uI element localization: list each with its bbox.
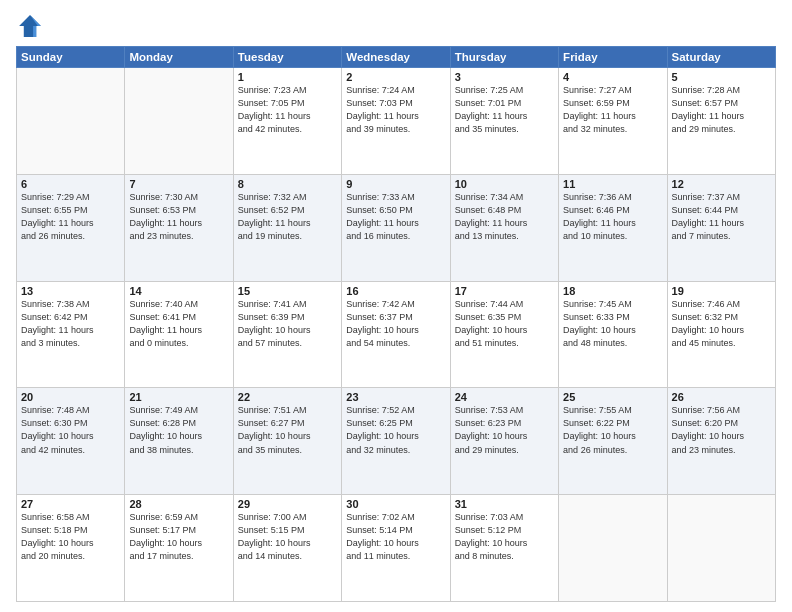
day-info: Sunrise: 7:28 AM Sunset: 6:57 PM Dayligh… xyxy=(672,84,771,136)
page: SundayMondayTuesdayWednesdayThursdayFrid… xyxy=(0,0,792,612)
weekday-header-tuesday: Tuesday xyxy=(233,47,341,68)
weekday-header-wednesday: Wednesday xyxy=(342,47,450,68)
day-number: 10 xyxy=(455,178,554,190)
day-info: Sunrise: 6:58 AM Sunset: 5:18 PM Dayligh… xyxy=(21,511,120,563)
calendar-week-2: 13Sunrise: 7:38 AM Sunset: 6:42 PM Dayli… xyxy=(17,281,776,388)
day-number: 15 xyxy=(238,285,337,297)
calendar-cell: 21Sunrise: 7:49 AM Sunset: 6:28 PM Dayli… xyxy=(125,388,233,495)
day-info: Sunrise: 7:55 AM Sunset: 6:22 PM Dayligh… xyxy=(563,404,662,456)
day-number: 20 xyxy=(21,391,120,403)
calendar-cell xyxy=(667,495,775,602)
calendar-cell: 26Sunrise: 7:56 AM Sunset: 6:20 PM Dayli… xyxy=(667,388,775,495)
calendar-cell: 19Sunrise: 7:46 AM Sunset: 6:32 PM Dayli… xyxy=(667,281,775,388)
calendar-week-0: 1Sunrise: 7:23 AM Sunset: 7:05 PM Daylig… xyxy=(17,68,776,175)
day-info: Sunrise: 7:42 AM Sunset: 6:37 PM Dayligh… xyxy=(346,298,445,350)
day-number: 30 xyxy=(346,498,445,510)
day-info: Sunrise: 7:23 AM Sunset: 7:05 PM Dayligh… xyxy=(238,84,337,136)
day-info: Sunrise: 7:38 AM Sunset: 6:42 PM Dayligh… xyxy=(21,298,120,350)
day-info: Sunrise: 7:02 AM Sunset: 5:14 PM Dayligh… xyxy=(346,511,445,563)
day-info: Sunrise: 7:37 AM Sunset: 6:44 PM Dayligh… xyxy=(672,191,771,243)
calendar-cell: 12Sunrise: 7:37 AM Sunset: 6:44 PM Dayli… xyxy=(667,174,775,281)
weekday-header-row: SundayMondayTuesdayWednesdayThursdayFrid… xyxy=(17,47,776,68)
calendar-cell: 31Sunrise: 7:03 AM Sunset: 5:12 PM Dayli… xyxy=(450,495,558,602)
day-number: 24 xyxy=(455,391,554,403)
weekday-header-friday: Friday xyxy=(559,47,667,68)
day-info: Sunrise: 7:03 AM Sunset: 5:12 PM Dayligh… xyxy=(455,511,554,563)
day-number: 4 xyxy=(563,71,662,83)
calendar-cell: 13Sunrise: 7:38 AM Sunset: 6:42 PM Dayli… xyxy=(17,281,125,388)
calendar-week-3: 20Sunrise: 7:48 AM Sunset: 6:30 PM Dayli… xyxy=(17,388,776,495)
calendar-cell: 22Sunrise: 7:51 AM Sunset: 6:27 PM Dayli… xyxy=(233,388,341,495)
day-number: 14 xyxy=(129,285,228,297)
calendar-week-1: 6Sunrise: 7:29 AM Sunset: 6:55 PM Daylig… xyxy=(17,174,776,281)
day-number: 17 xyxy=(455,285,554,297)
weekday-header-sunday: Sunday xyxy=(17,47,125,68)
calendar-cell xyxy=(125,68,233,175)
day-info: Sunrise: 7:52 AM Sunset: 6:25 PM Dayligh… xyxy=(346,404,445,456)
calendar-cell xyxy=(17,68,125,175)
day-info: Sunrise: 7:33 AM Sunset: 6:50 PM Dayligh… xyxy=(346,191,445,243)
calendar-cell: 18Sunrise: 7:45 AM Sunset: 6:33 PM Dayli… xyxy=(559,281,667,388)
calendar-cell: 4Sunrise: 7:27 AM Sunset: 6:59 PM Daylig… xyxy=(559,68,667,175)
calendar-cell: 11Sunrise: 7:36 AM Sunset: 6:46 PM Dayli… xyxy=(559,174,667,281)
day-info: Sunrise: 7:25 AM Sunset: 7:01 PM Dayligh… xyxy=(455,84,554,136)
weekday-header-saturday: Saturday xyxy=(667,47,775,68)
day-number: 6 xyxy=(21,178,120,190)
calendar-cell: 30Sunrise: 7:02 AM Sunset: 5:14 PM Dayli… xyxy=(342,495,450,602)
day-info: Sunrise: 7:51 AM Sunset: 6:27 PM Dayligh… xyxy=(238,404,337,456)
calendar-cell: 20Sunrise: 7:48 AM Sunset: 6:30 PM Dayli… xyxy=(17,388,125,495)
day-info: Sunrise: 7:40 AM Sunset: 6:41 PM Dayligh… xyxy=(129,298,228,350)
day-number: 21 xyxy=(129,391,228,403)
calendar-cell: 6Sunrise: 7:29 AM Sunset: 6:55 PM Daylig… xyxy=(17,174,125,281)
day-info: Sunrise: 7:45 AM Sunset: 6:33 PM Dayligh… xyxy=(563,298,662,350)
calendar-cell: 15Sunrise: 7:41 AM Sunset: 6:39 PM Dayli… xyxy=(233,281,341,388)
day-number: 27 xyxy=(21,498,120,510)
day-info: Sunrise: 7:32 AM Sunset: 6:52 PM Dayligh… xyxy=(238,191,337,243)
day-number: 23 xyxy=(346,391,445,403)
day-info: Sunrise: 7:44 AM Sunset: 6:35 PM Dayligh… xyxy=(455,298,554,350)
day-info: Sunrise: 7:30 AM Sunset: 6:53 PM Dayligh… xyxy=(129,191,228,243)
calendar-week-4: 27Sunrise: 6:58 AM Sunset: 5:18 PM Dayli… xyxy=(17,495,776,602)
day-info: Sunrise: 7:56 AM Sunset: 6:20 PM Dayligh… xyxy=(672,404,771,456)
day-info: Sunrise: 7:46 AM Sunset: 6:32 PM Dayligh… xyxy=(672,298,771,350)
day-number: 31 xyxy=(455,498,554,510)
day-number: 5 xyxy=(672,71,771,83)
day-number: 11 xyxy=(563,178,662,190)
weekday-header-thursday: Thursday xyxy=(450,47,558,68)
day-number: 16 xyxy=(346,285,445,297)
day-number: 2 xyxy=(346,71,445,83)
day-number: 18 xyxy=(563,285,662,297)
day-number: 28 xyxy=(129,498,228,510)
day-number: 1 xyxy=(238,71,337,83)
calendar-cell: 29Sunrise: 7:00 AM Sunset: 5:15 PM Dayli… xyxy=(233,495,341,602)
day-number: 7 xyxy=(129,178,228,190)
calendar-cell: 1Sunrise: 7:23 AM Sunset: 7:05 PM Daylig… xyxy=(233,68,341,175)
calendar-cell: 24Sunrise: 7:53 AM Sunset: 6:23 PM Dayli… xyxy=(450,388,558,495)
day-info: Sunrise: 7:36 AM Sunset: 6:46 PM Dayligh… xyxy=(563,191,662,243)
calendar-cell: 2Sunrise: 7:24 AM Sunset: 7:03 PM Daylig… xyxy=(342,68,450,175)
calendar-cell: 14Sunrise: 7:40 AM Sunset: 6:41 PM Dayli… xyxy=(125,281,233,388)
calendar-cell: 8Sunrise: 7:32 AM Sunset: 6:52 PM Daylig… xyxy=(233,174,341,281)
day-number: 13 xyxy=(21,285,120,297)
calendar-cell: 25Sunrise: 7:55 AM Sunset: 6:22 PM Dayli… xyxy=(559,388,667,495)
day-number: 25 xyxy=(563,391,662,403)
calendar-cell: 7Sunrise: 7:30 AM Sunset: 6:53 PM Daylig… xyxy=(125,174,233,281)
calendar-cell: 3Sunrise: 7:25 AM Sunset: 7:01 PM Daylig… xyxy=(450,68,558,175)
day-number: 19 xyxy=(672,285,771,297)
day-info: Sunrise: 7:24 AM Sunset: 7:03 PM Dayligh… xyxy=(346,84,445,136)
day-number: 9 xyxy=(346,178,445,190)
day-info: Sunrise: 7:53 AM Sunset: 6:23 PM Dayligh… xyxy=(455,404,554,456)
day-number: 12 xyxy=(672,178,771,190)
calendar-cell: 16Sunrise: 7:42 AM Sunset: 6:37 PM Dayli… xyxy=(342,281,450,388)
calendar-table: SundayMondayTuesdayWednesdayThursdayFrid… xyxy=(16,46,776,602)
day-number: 26 xyxy=(672,391,771,403)
weekday-header-monday: Monday xyxy=(125,47,233,68)
calendar-cell: 23Sunrise: 7:52 AM Sunset: 6:25 PM Dayli… xyxy=(342,388,450,495)
day-info: Sunrise: 7:41 AM Sunset: 6:39 PM Dayligh… xyxy=(238,298,337,350)
calendar-cell: 10Sunrise: 7:34 AM Sunset: 6:48 PM Dayli… xyxy=(450,174,558,281)
logo xyxy=(16,12,48,40)
day-number: 29 xyxy=(238,498,337,510)
day-number: 8 xyxy=(238,178,337,190)
day-info: Sunrise: 6:59 AM Sunset: 5:17 PM Dayligh… xyxy=(129,511,228,563)
header xyxy=(16,12,776,40)
